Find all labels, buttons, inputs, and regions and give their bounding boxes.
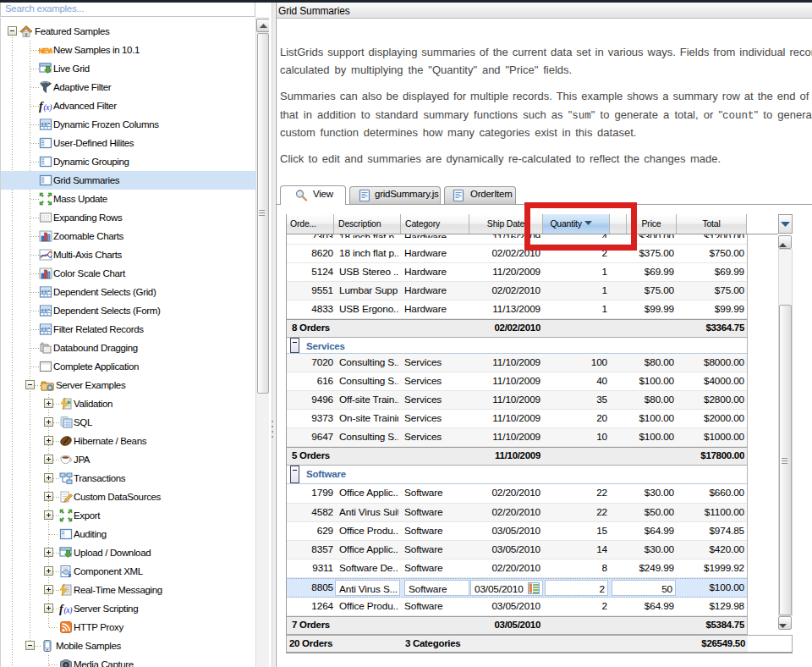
svg-text:NEW: NEW <box>39 47 52 55</box>
svg-text:(x): (x) <box>64 606 73 615</box>
svg-text:(x): (x) <box>44 103 52 113</box>
